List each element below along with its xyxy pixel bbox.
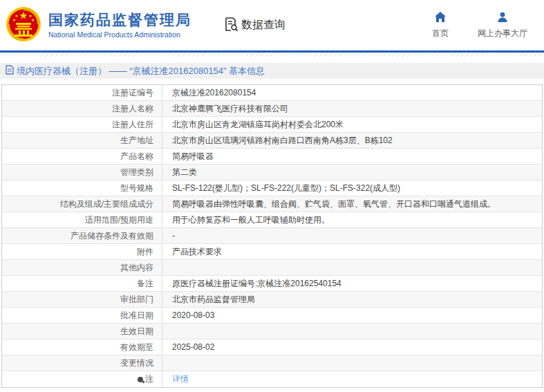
top-nav: 首页 网上办事大厅 xyxy=(426,12,527,39)
row-value: 北京市药品监督管理局 xyxy=(162,292,542,307)
row-label-text: 注册人住所 xyxy=(112,119,153,131)
row-label: 生效日期 xyxy=(2,324,162,339)
row-value: - xyxy=(162,228,542,243)
row-label: 审批部门 xyxy=(2,292,162,307)
row-label-text: 注册人名称 xyxy=(112,103,153,115)
row-label: 附件 xyxy=(2,244,162,259)
row-value: 北京市房山区琉璃河镇路村南白路口西南角A栋3层、B栋102 xyxy=(162,133,542,148)
row-value: 2020-08-03 xyxy=(162,308,542,323)
row-value: 简易呼吸器 xyxy=(162,149,542,164)
row-label: 注 xyxy=(2,371,162,387)
row-label-text: 产品储存条件及有效期 xyxy=(71,230,153,242)
row-label-text: 生产地址 xyxy=(120,135,153,147)
table-row: 批准日期2020-08-03 xyxy=(2,308,542,324)
row-label: 注册人住所 xyxy=(2,117,162,132)
row-label-text: 管理类别 xyxy=(120,167,153,178)
nav-online-hall[interactable]: 网上办事大厅 xyxy=(478,12,527,39)
table-row: 型号规格SL-FS-122(婴儿型)；SL-FS-222(儿童型)；SL-FS-… xyxy=(2,180,542,196)
detail-link[interactable]: 详情 xyxy=(172,373,189,385)
national-emblem-icon xyxy=(6,6,41,45)
table-row: 适用范围/预期用途用于心肺复苏和一般人工呼吸辅助时使用。 xyxy=(2,212,542,228)
home-icon xyxy=(434,12,447,26)
row-value: 详情 xyxy=(162,371,542,387)
row-value xyxy=(162,355,542,371)
note-icon xyxy=(138,377,143,382)
table-row: 注详情 xyxy=(2,371,542,387)
page-title-bar: 境内医疗器械（注册） —— “京械注准20162080154” 基本信息 xyxy=(0,63,544,79)
user-icon xyxy=(497,12,508,26)
row-value: 用于心肺复苏和一般人工呼吸辅助时使用。 xyxy=(162,212,542,227)
row-value: SL-FS-122(婴儿型)；SL-FS-222(儿童型)；SL-FS-322(… xyxy=(162,180,542,196)
row-label-text: 结构及组成/主要组成成分 xyxy=(60,198,153,210)
row-value xyxy=(162,324,542,339)
row-label: 批准日期 xyxy=(2,308,162,323)
row-label-text: 生效日期 xyxy=(120,326,153,337)
row-value: 简易呼吸器由弹性呼吸囊、组合阀、贮气袋、面罩、氧气管、开口器和口咽通气道组成。 xyxy=(162,196,542,212)
agency-name-en: National Medical Products Administration xyxy=(48,30,191,39)
row-label-text: 备注 xyxy=(137,278,153,290)
row-label: 管理类别 xyxy=(2,165,162,180)
info-table: 注册证编号京械注准20162080154注册人名称北京神鹿腾飞医疗科技有限公司注… xyxy=(1,84,543,388)
site-header: 国家药品监督管理局 National Medical Products Admi… xyxy=(0,0,544,50)
nav-online-hall-label: 网上办事大厅 xyxy=(478,28,527,39)
row-label: 适用范围/预期用途 xyxy=(2,212,162,227)
table-row: 变更情况 xyxy=(2,355,542,371)
table-row: 附件产品技术要求 xyxy=(2,244,542,260)
row-label: 注册证编号 xyxy=(2,85,162,100)
row-value: 产品技术要求 xyxy=(162,244,542,259)
agency-name-cn: 国家药品监督管理局 xyxy=(48,12,191,28)
header-hatch-strip xyxy=(0,53,544,57)
table-row: 注册证编号京械注准20162080154 xyxy=(2,85,542,101)
table-row: 生效日期 xyxy=(2,324,542,339)
row-label: 有效期至 xyxy=(2,339,162,355)
table-row: 其他内容 xyxy=(2,260,542,276)
table-row: 审批部门北京市药品监督管理局 xyxy=(2,292,542,308)
row-value: 北京市房山区青龙湖镇庙耳岗村村委会北200米 xyxy=(162,117,542,132)
document-search-icon xyxy=(223,17,241,35)
data-query-button[interactable]: 数据查询 xyxy=(223,17,285,35)
row-label-text: 注 xyxy=(145,373,153,385)
row-label: 生产地址 xyxy=(2,133,162,148)
row-value xyxy=(162,260,542,275)
row-value: 2025-08-02 xyxy=(162,339,542,355)
row-label: 其他内容 xyxy=(2,260,162,275)
row-label-text: 其他内容 xyxy=(120,262,153,274)
table-row: 产品名称简易呼吸器 xyxy=(2,149,542,165)
row-label: 备注 xyxy=(2,276,162,291)
row-label-text: 产品名称 xyxy=(120,151,153,162)
row-label: 变更情况 xyxy=(2,355,162,371)
nav-home-label: 首页 xyxy=(432,28,449,39)
agency-brand: 国家药品监督管理局 National Medical Products Admi… xyxy=(6,6,191,45)
table-row: 备注原医疗器械注册证编号:京械注准20162540154 xyxy=(2,276,542,292)
table-row: 生产地址北京市房山区琉璃河镇路村南白路口西南角A栋3层、B栋102 xyxy=(2,133,542,149)
agency-title: 国家药品监督管理局 National Medical Products Admi… xyxy=(48,12,191,38)
data-query-label: 数据查询 xyxy=(241,18,285,32)
row-value: 京械注准20162080154 xyxy=(162,85,542,100)
table-row: 有效期至2025-08-02 xyxy=(2,339,542,355)
table-row: 产品储存条件及有效期- xyxy=(2,228,542,244)
row-label: 产品储存条件及有效期 xyxy=(2,228,162,243)
table-row: 管理类别第二类 xyxy=(2,165,542,180)
row-label-text: 附件 xyxy=(137,246,153,258)
row-label: 型号规格 xyxy=(2,180,162,196)
nav-home[interactable]: 首页 xyxy=(426,12,454,39)
row-label-text: 注册证编号 xyxy=(112,87,153,99)
row-label: 注册人名称 xyxy=(2,101,162,116)
row-label-text: 有效期至 xyxy=(120,342,153,353)
row-label-text: 审批部门 xyxy=(120,294,153,306)
row-label-text: 适用范围/预期用途 xyxy=(85,214,153,226)
row-label: 结构及组成/主要组成成分 xyxy=(2,196,162,212)
row-label-text: 批准日期 xyxy=(120,310,153,321)
row-value: 原医疗器械注册证编号:京械注准20162540154 xyxy=(162,276,542,291)
document-icon xyxy=(6,65,17,77)
table-row: 注册人名称北京神鹿腾飞医疗科技有限公司 xyxy=(2,101,542,117)
table-row: 结构及组成/主要组成成分简易呼吸器由弹性呼吸囊、组合阀、贮气袋、面罩、氧气管、开… xyxy=(2,196,542,212)
row-label-text: 变更情况 xyxy=(120,357,153,369)
row-value: 第二类 xyxy=(162,165,542,180)
table-row: 注册人住所北京市房山区青龙湖镇庙耳岗村村委会北200米 xyxy=(2,117,542,133)
row-value: 北京神鹿腾飞医疗科技有限公司 xyxy=(162,101,542,116)
row-label: 产品名称 xyxy=(2,149,162,164)
page-title: 境内医疗器械（注册） —— “京械注准20162080154” 基本信息 xyxy=(17,65,265,77)
row-label-text: 型号规格 xyxy=(120,183,153,194)
